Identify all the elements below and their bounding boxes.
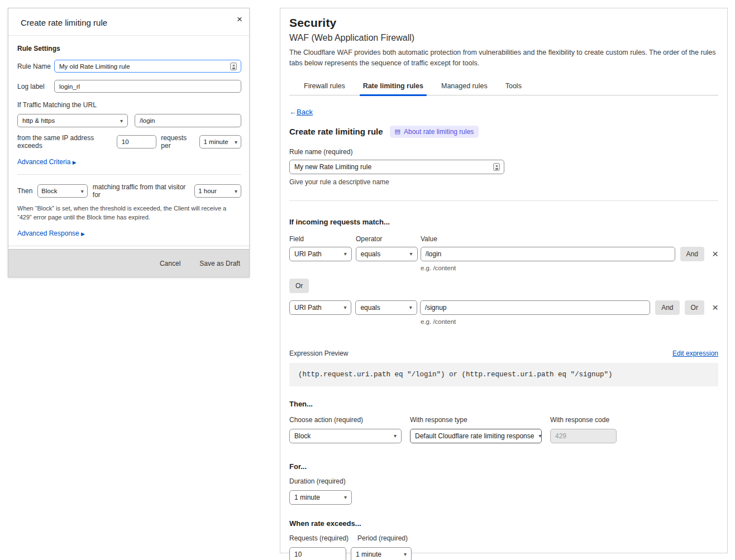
and-connector-button[interactable]: And: [680, 247, 704, 261]
back-link[interactable]: ←Back: [289, 108, 313, 116]
rule-name-input[interactable]: [289, 160, 504, 174]
waf-tabs: Firewall rules Rate limiting rules Manag…: [289, 79, 718, 95]
field-select[interactable]: URI Path ▾: [289, 247, 352, 261]
rule-name-label: Rule Name: [17, 63, 54, 70]
duration-label: Duration (required): [289, 477, 718, 485]
tab-tools[interactable]: Tools: [504, 79, 523, 95]
operator-select[interactable]: equals ▾: [355, 300, 417, 315]
cancel-button[interactable]: Cancel: [160, 260, 180, 267]
rule-name-label: Rule name (required): [289, 148, 718, 156]
chevron-down-icon: ▾: [404, 551, 407, 557]
field-select[interactable]: URI Path ▾: [289, 300, 351, 315]
or-connector-button[interactable]: Or: [685, 300, 704, 315]
match-section-title: If incoming requests match...: [289, 218, 718, 226]
period-select[interactable]: 1 minute ▾: [199, 135, 241, 149]
save-as-draft-button[interactable]: Save as Draft: [199, 260, 240, 267]
page-title: Security: [289, 16, 718, 30]
tab-rate-limiting-rules[interactable]: Rate limiting rules: [362, 79, 424, 95]
threshold-suffix: requests per: [161, 134, 195, 150]
rule-settings-heading: Rule Settings: [17, 45, 241, 52]
document-icon: ▤: [395, 128, 400, 135]
value-hint: e.g. /content: [421, 265, 718, 271]
autofill-icon[interactable]: [230, 63, 237, 70]
chevron-down-icon: ▾: [394, 433, 397, 439]
rate-section-title: When rate exceeds...: [289, 519, 718, 528]
chevron-down-icon: ▾: [344, 251, 347, 257]
requests-input[interactable]: [289, 547, 346, 560]
about-rate-limiting-badge[interactable]: ▤ About rate limiting rules: [390, 126, 479, 138]
modal-footer: Cancel Save as Draft: [8, 249, 249, 277]
chevron-down-icon: ▾: [409, 304, 412, 310]
then-label: Then: [17, 187, 32, 195]
url-pattern-input[interactable]: [135, 114, 241, 127]
threshold-row: from the same IP address exceeds request…: [17, 134, 241, 150]
advanced-response-link[interactable]: Advanced Response ▶: [17, 229, 85, 237]
block-duration-select[interactable]: 1 hour ▾: [194, 184, 241, 198]
operator-select[interactable]: equals ▾: [356, 247, 418, 261]
tab-managed-rules[interactable]: Managed rules: [440, 79, 489, 95]
log-label-label: Log label: [17, 83, 54, 90]
or-connector-button[interactable]: Or: [289, 279, 309, 293]
condition-row: URI Path ▾ equals ▾ And Or ×: [289, 300, 718, 315]
then-section-title: Then...: [289, 400, 718, 408]
and-connector-button[interactable]: And: [655, 300, 679, 315]
page-subtitle: WAF (Web Application Firewall): [289, 33, 718, 43]
action-select-value: Block: [41, 188, 57, 194]
value-input[interactable]: [420, 300, 650, 315]
waf-description: The Cloudflare WAF provides both automat…: [289, 47, 718, 69]
delete-condition-icon[interactable]: ×: [712, 302, 718, 313]
response-type-label: With response type: [410, 416, 550, 424]
period-select-value: 1 minute: [203, 138, 228, 145]
advanced-criteria-link[interactable]: Advanced Criteria ▶: [17, 158, 77, 166]
rate-period-select[interactable]: 1 minute ▾: [351, 547, 412, 560]
modal-title: Create rate limiting rule: [21, 18, 107, 27]
form-title: Create rate limiting rule: [289, 127, 383, 136]
value-hint: e.g. /content: [421, 318, 718, 325]
expression-preview-code: (http.request.uri.path eq "/login") or (…: [289, 363, 718, 386]
traffic-match-label: If Traffic Matching the URL: [17, 101, 241, 109]
delete-condition-icon[interactable]: ×: [712, 248, 718, 259]
badge-label: About rate limiting rules: [404, 128, 474, 136]
period-label: Period (required): [357, 534, 408, 542]
rule-name-row: Rule Name: [17, 60, 241, 73]
threshold-prefix: from the same IP address exceeds: [17, 134, 112, 150]
value-input[interactable]: [421, 247, 675, 261]
tab-firewall-rules[interactable]: Firewall rules: [303, 79, 346, 95]
scheme-select[interactable]: http & https ▾: [17, 114, 128, 127]
response-type-select[interactable]: Default Cloudflare rate limiting respons…: [410, 429, 542, 443]
threshold-input[interactable]: [117, 135, 157, 149]
duration-select[interactable]: 1 minute ▾: [289, 490, 352, 505]
edit-expression-link[interactable]: Edit expression: [672, 350, 718, 357]
response-code-input: [550, 429, 617, 443]
page: Create rate limiting rule × Rule Setting…: [0, 0, 735, 560]
log-label-input[interactable]: [54, 80, 241, 93]
action-select[interactable]: Block ▾: [37, 184, 87, 198]
chevron-down-icon: ▾: [235, 139, 237, 145]
chevron-down-icon: ▾: [538, 433, 541, 439]
url-match-row: http & https ▾: [17, 114, 241, 127]
chevron-down-icon: ▾: [344, 494, 347, 500]
chevron-down-icon: ▾: [81, 188, 84, 194]
chevron-down-icon: ▾: [343, 304, 346, 310]
close-icon[interactable]: ×: [237, 14, 242, 25]
operator-column-label: Operator: [356, 235, 421, 243]
chevron-down-icon: ▾: [235, 188, 237, 194]
action-select[interactable]: Block ▾: [289, 429, 402, 443]
field-column-label: Field: [289, 235, 356, 243]
log-label-row: Log label: [17, 80, 241, 93]
chevron-down-icon: ▾: [410, 251, 413, 257]
divider: [289, 200, 718, 201]
expand-right-icon: ▶: [81, 231, 85, 237]
divider: [17, 174, 241, 175]
old-rate-limit-modal: Create rate limiting rule × Rule Setting…: [8, 8, 250, 277]
for-section-title: For...: [289, 462, 718, 471]
expand-right-icon: ▶: [73, 160, 77, 165]
rule-name-input[interactable]: [54, 60, 241, 73]
modal-body: Rule Settings Rule Name Log label If Tra…: [8, 36, 249, 262]
condition-row: URI Path ▾ equals ▾ And ×: [289, 247, 718, 261]
autofill-icon[interactable]: [493, 163, 500, 171]
rule-name-help: Give your rule a descriptive name: [289, 178, 718, 186]
then-suffix: matching traffic from that visitor for: [93, 183, 189, 199]
modal-header: Create rate limiting rule ×: [8, 8, 249, 36]
choose-action-label: Choose action (required): [289, 416, 410, 424]
